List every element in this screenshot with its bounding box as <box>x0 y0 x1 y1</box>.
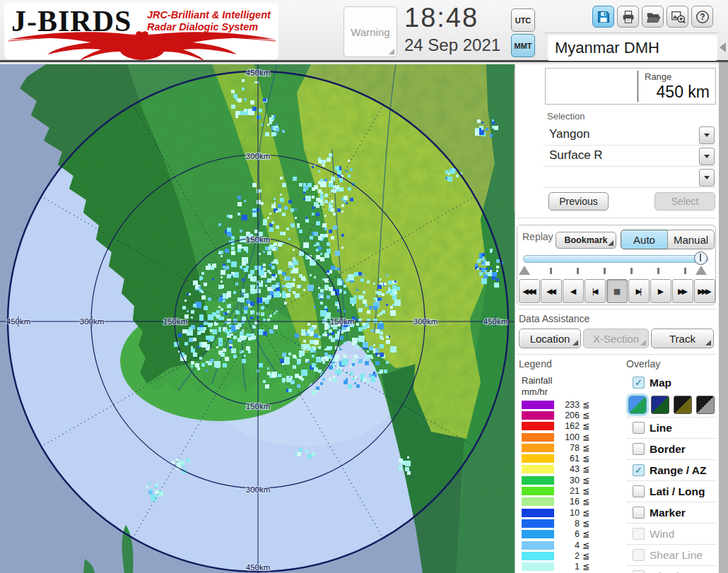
mmt-button[interactable]: MMT <box>511 34 535 57</box>
overlay-item-map[interactable]: ✓Map <box>627 372 716 393</box>
legend-color-swatch <box>522 433 554 442</box>
range-ring-label: 150km <box>246 235 271 244</box>
overlay-item-line[interactable]: Line <box>627 417 716 438</box>
dropdown-arrow-button[interactable] <box>699 126 715 144</box>
legend-color-swatch <box>522 562 554 571</box>
manual-button[interactable]: Manual <box>667 230 715 249</box>
legend-value: 30 <box>554 475 580 485</box>
overlay-item-marker[interactable]: Marker <box>627 502 716 523</box>
checkbox[interactable] <box>633 528 645 540</box>
legend-lte-symbol: ≦ <box>582 508 589 518</box>
x-section-button[interactable]: X-Section <box>583 329 649 348</box>
range-ring-label: 300km <box>413 317 438 326</box>
overlay-label: Marker <box>650 507 686 519</box>
snapshot-button[interactable] <box>667 6 688 28</box>
legend-row: 206≦ <box>522 410 613 420</box>
legend-lte-symbol: ≦ <box>582 475 589 485</box>
legend-color-swatch <box>522 497 554 506</box>
map-style-1[interactable] <box>628 396 647 414</box>
previous-button[interactable]: Previous <box>548 192 609 211</box>
legend-color-swatch <box>522 509 554 517</box>
selection-label: Selection <box>547 111 585 122</box>
map-style-2[interactable] <box>651 396 669 414</box>
track-button[interactable]: Track <box>651 329 714 348</box>
slider-start-marker[interactable] <box>519 266 530 275</box>
legend-lte-symbol: ≦ <box>582 400 589 410</box>
slider-tick <box>604 268 606 274</box>
checkbox[interactable]: ✓ <box>633 464 645 476</box>
map-style-3[interactable] <box>674 396 692 414</box>
legend-value: 10 <box>554 508 580 518</box>
legend-value: 1 <box>554 562 580 572</box>
legend-lte-symbol: ≦ <box>582 551 589 561</box>
legend-row: 100≦ <box>522 432 613 442</box>
rewind-fast-button[interactable]: ◀◀ <box>541 279 562 303</box>
print-button[interactable] <box>617 6 639 28</box>
legend-unit: mm/hr <box>522 386 548 397</box>
legend-value: 233 <box>554 400 580 410</box>
svg-text:?: ? <box>700 12 705 22</box>
checkbox[interactable] <box>633 570 645 573</box>
step-back-button[interactable]: |◀ <box>585 279 606 303</box>
select-button[interactable]: Select <box>654 192 715 211</box>
bookmark-button[interactable]: Bookmark <box>556 232 616 249</box>
dropdown-3[interactable] <box>544 167 716 188</box>
checkbox[interactable] <box>633 507 645 519</box>
range-ring-label: 450km <box>246 563 271 572</box>
overlay-item-lati-long[interactable]: Lati / Long <box>627 480 716 502</box>
dropdown-1[interactable]: Yangon <box>544 124 716 146</box>
slider-end-marker[interactable] <box>695 266 707 275</box>
legend-value: 2 <box>554 551 580 561</box>
panel-collapse-arrow-icon[interactable] <box>720 42 726 52</box>
save-button[interactable] <box>592 6 614 28</box>
replay-slider-track[interactable] <box>523 255 708 263</box>
checkbox[interactable] <box>633 422 645 434</box>
step-forward-button[interactable]: ▶| <box>628 279 650 303</box>
chevron-down-icon <box>704 155 710 158</box>
station-box: Myanmar DMH <box>548 35 717 61</box>
legend-row: 6≦ <box>522 529 613 540</box>
legend-lte-symbol: ≦ <box>582 443 589 453</box>
play-button[interactable]: ▶ <box>650 279 671 303</box>
overlay-item-microburst[interactable]: Microburst <box>627 565 716 573</box>
legend-row: 61≦ <box>522 453 613 463</box>
forward-fastest-button[interactable]: ▶▶▶ <box>694 279 715 303</box>
dropdown-2[interactable]: Surface R <box>544 146 716 167</box>
open-folder-button[interactable] <box>642 6 664 28</box>
checkbox[interactable] <box>633 485 645 497</box>
overlay-item-shear-line[interactable]: Shear Line <box>627 544 716 565</box>
dropdown-arrow-button[interactable] <box>699 169 715 187</box>
right-edge-strip[interactable] <box>719 62 728 573</box>
radar-map[interactable]: 450km300km150km150km300km450km450km300km… <box>0 64 515 573</box>
overlay-label: Wind <box>650 528 674 540</box>
utc-button[interactable]: UTC <box>511 8 535 32</box>
help-button[interactable]: ? <box>691 6 713 28</box>
location-button[interactable]: Location <box>519 329 581 348</box>
replay-slider-handle[interactable] <box>694 252 708 265</box>
stop-button[interactable]: ■ <box>606 279 628 303</box>
checkbox[interactable] <box>633 443 645 455</box>
forward-fast-button[interactable]: ▶▶ <box>672 279 693 303</box>
legend-scale: 233≦206≦162≦100≦78≦61≦43≦30≦21≦16≦10≦8≦6… <box>522 399 613 572</box>
range-box: Range 450 km <box>545 68 716 105</box>
overlay-item-border[interactable]: Border <box>627 438 716 459</box>
overlay-item-range-az[interactable]: ✓Range / AZ <box>627 459 716 480</box>
rewind-fastest-button[interactable]: ◀◀◀ <box>519 279 540 303</box>
legend-color-swatch <box>522 476 554 485</box>
checkbox[interactable] <box>633 549 645 561</box>
map-style-4[interactable] <box>696 396 715 414</box>
warning-label: Warning <box>351 26 389 38</box>
auto-button[interactable]: Auto <box>621 230 668 249</box>
legend-value: 162 <box>554 421 580 431</box>
dropdown-arrow-button[interactable] <box>699 148 715 165</box>
checkbox[interactable]: ✓ <box>633 377 645 389</box>
play-reverse-button[interactable]: ◀ <box>563 279 584 303</box>
overlay-item-wind[interactable]: Wind <box>627 523 716 544</box>
slider-tick <box>577 268 579 274</box>
legend-row: 233≦ <box>522 399 613 410</box>
legend-lte-symbol: ≦ <box>582 410 589 420</box>
warning-button[interactable]: Warning <box>344 6 397 57</box>
range-ring-label: 300km <box>246 485 271 494</box>
resize-grip-icon <box>608 240 613 246</box>
legend-color-swatch <box>522 465 554 473</box>
